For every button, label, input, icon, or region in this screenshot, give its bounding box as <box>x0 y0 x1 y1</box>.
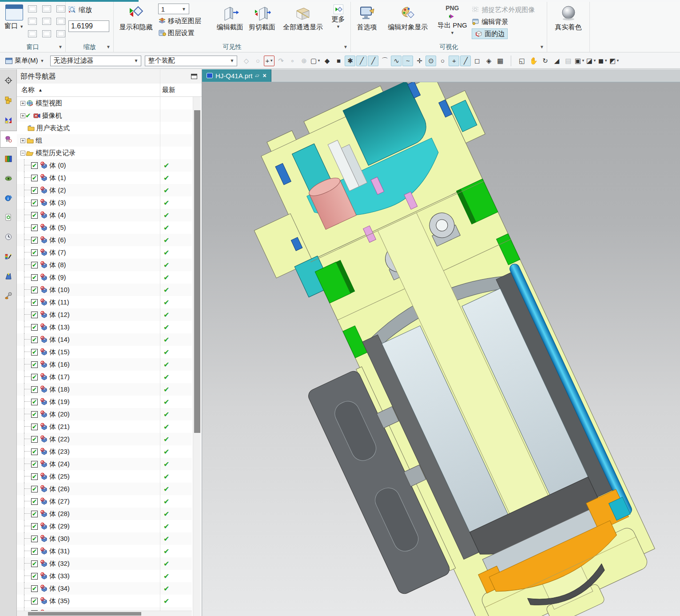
existing-point-icon[interactable]: ∘ <box>287 56 298 66</box>
undock-icon[interactable] <box>191 74 197 79</box>
feature-checkbox[interactable]: ✔ <box>31 436 38 443</box>
selection-scope-combo[interactable]: 整个装配▼ <box>145 56 237 66</box>
feature-checkbox[interactable]: ✔ <box>31 560 38 567</box>
body-feature-row[interactable]: ✔体 (29)✔ <box>17 520 192 532</box>
point-on-grid-icon[interactable]: ⊕ <box>298 56 309 66</box>
body-feature-row[interactable]: ✔体 (35)✔ <box>17 595 192 607</box>
tree-item[interactable]: +组 <box>17 134 192 147</box>
feature-checkbox[interactable]: ✔ <box>31 336 38 343</box>
body-label[interactable]: 体 (5) <box>49 224 66 232</box>
zoom-value-input[interactable]: 1.6199 <box>68 20 109 32</box>
clear-snap-icon[interactable]: ○ <box>252 56 263 66</box>
body-feature-row[interactable]: ✔体 (9)✔ <box>17 271 192 284</box>
rotate-view-icon[interactable]: ↻ <box>540 56 550 66</box>
body-label[interactable]: 体 (34) <box>49 584 70 593</box>
feature-checkbox[interactable]: ✔ <box>31 312 38 318</box>
intersection-icon[interactable]: + <box>449 56 459 66</box>
spline-point-icon[interactable]: ~ <box>402 56 413 66</box>
expander-icon[interactable]: + <box>20 101 25 106</box>
layout-quad-icon[interactable] <box>42 18 51 25</box>
resource-bar-item-color-tool-icon[interactable] <box>1 248 16 265</box>
column-latest[interactable]: 最新 <box>162 86 175 94</box>
chevron-down-icon[interactable]: ▼ <box>106 43 111 52</box>
resource-bar-item-reuse-library-icon[interactable] <box>1 150 16 167</box>
feature-checkbox[interactable]: ✔ <box>31 486 38 492</box>
vertical-scrollbar-thumb[interactable] <box>194 110 200 433</box>
feature-checkbox[interactable]: ✔ <box>31 349 38 356</box>
body-label[interactable]: 体 (17) <box>49 373 70 381</box>
body-feature-row[interactable]: ✔体 (5)✔ <box>17 221 192 234</box>
resource-bar-item-assembly-navigator-icon[interactable] <box>1 92 16 108</box>
body-label[interactable]: 体 (32) <box>49 560 70 568</box>
layout-grid-icon[interactable] <box>56 30 65 37</box>
body-label[interactable]: 体 (0) <box>49 161 66 170</box>
body-feature-row[interactable]: ✔体 (17)✔ <box>17 371 192 383</box>
body-label[interactable]: 体 (10) <box>49 286 70 294</box>
export-png-button[interactable]: PNG 导出 PNG ▼ <box>436 4 469 35</box>
body-feature-row[interactable]: ✔体 (15)✔ <box>17 346 192 358</box>
move-to-layer-button[interactable]: 移动至图层 <box>158 16 213 26</box>
body-feature-row[interactable]: ✔体 (26)✔ <box>17 483 192 495</box>
feature-checkbox[interactable]: ✔ <box>31 262 38 268</box>
feature-checkbox[interactable]: ✔ <box>31 274 38 281</box>
mid-point-icon[interactable]: ╱ <box>356 56 367 66</box>
body-label[interactable]: 体 (24) <box>49 460 70 468</box>
body-label[interactable]: 体 (31) <box>49 547 70 556</box>
tree-item-label[interactable]: 模型历史记录 <box>36 149 76 157</box>
body-feature-row[interactable]: ✔体 (7)✔ <box>17 246 192 259</box>
feature-checkbox[interactable]: ✔ <box>31 175 38 181</box>
layer-settings-button[interactable]: 图层设置 <box>158 28 213 38</box>
body-feature-row[interactable]: ✔体 (13)✔ <box>17 321 192 333</box>
sort-asc-icon[interactable]: ▲ <box>38 88 43 92</box>
layout-single-icon[interactable] <box>28 5 37 12</box>
true-shading-button[interactable]: 真实着色 <box>551 4 586 32</box>
resource-bar-item-part-navigator-icon[interactable] <box>0 131 17 148</box>
body-feature-row[interactable]: ✔体 (0)✔ <box>17 159 192 172</box>
layout-bottom-split-icon[interactable] <box>28 30 37 37</box>
body-feature-row[interactable]: ✔体 (19)✔ <box>17 396 192 408</box>
body-feature-row[interactable]: ✔体 (27)✔ <box>17 495 192 508</box>
body-label[interactable]: 体 (33) <box>49 572 70 580</box>
feature-checkbox[interactable]: ✔ <box>31 224 38 231</box>
end-point-icon[interactable]: ✱ <box>345 56 355 66</box>
body-feature-row[interactable]: ✔体 (31)✔ <box>17 545 192 557</box>
body-feature-row[interactable]: ✔体 (6)✔ <box>17 234 192 246</box>
quadrant-point-icon[interactable]: ○ <box>437 56 448 66</box>
tree-item[interactable]: +✔摄像机 <box>17 109 192 122</box>
resource-bar-item-process-studio-icon[interactable] <box>1 268 16 284</box>
axis-point-icon[interactable]: ✛ <box>414 56 425 66</box>
shaded-cube-icon[interactable]: ■ <box>333 56 344 66</box>
resource-bar-item-visual-scene-icon[interactable] <box>1 170 16 187</box>
vertical-scrollbar[interactable] <box>193 97 201 616</box>
body-feature-row[interactable]: ✔体 (4)✔ <box>17 209 192 221</box>
chevron-down-icon[interactable]: ▼ <box>343 43 348 52</box>
model-canvas[interactable] <box>202 82 680 616</box>
feature-checkbox[interactable]: ✔ <box>31 585 38 592</box>
layout-two-row-icon[interactable] <box>56 5 65 12</box>
rotate-point-icon[interactable]: ↷ <box>275 56 286 66</box>
body-label[interactable]: 体 (28) <box>49 510 70 518</box>
tree-item[interactable]: 用户表达式 <box>17 122 192 134</box>
selection-filter-combo[interactable]: 无选择过滤器▼ <box>50 56 141 66</box>
fit-view-icon[interactable]: ▣▼ <box>574 56 585 66</box>
body-label[interactable]: 体 (2) <box>49 186 66 195</box>
body-feature-row[interactable]: ✔体 (25)✔ <box>17 470 192 483</box>
feature-checkbox[interactable]: ✔ <box>31 523 38 530</box>
zoom-box-icon[interactable]: ◱ <box>517 56 527 66</box>
layout-top-split-icon[interactable] <box>42 30 51 37</box>
graphics-viewport[interactable]: HJ-Q41A.prt ▱ × <box>202 69 680 616</box>
show-hide-button[interactable]: 显示和隐藏 <box>116 4 155 32</box>
expander-icon[interactable]: + <box>20 138 25 143</box>
body-feature-row[interactable]: ✔体 (2)✔ <box>17 184 192 196</box>
feature-checkbox[interactable]: ✔ <box>31 448 38 455</box>
resource-bar-item-gear-icon[interactable] <box>1 72 16 89</box>
show-hide-icon[interactable]: ◩▼ <box>609 56 620 66</box>
body-label[interactable]: 体 (26) <box>49 485 70 493</box>
body-label[interactable]: 体 (20) <box>49 410 70 419</box>
body-feature-row[interactable]: ✔体 (1)✔ <box>17 172 192 184</box>
part-tab[interactable]: HJ-Q41A.prt ▱ × <box>202 69 271 82</box>
body-label[interactable]: 体 (15) <box>49 348 70 356</box>
feature-checkbox[interactable]: ✔ <box>31 598 38 604</box>
body-feature-row[interactable]: ✔体 (30)✔ <box>17 532 192 545</box>
feature-checkbox[interactable]: ✔ <box>31 498 38 505</box>
